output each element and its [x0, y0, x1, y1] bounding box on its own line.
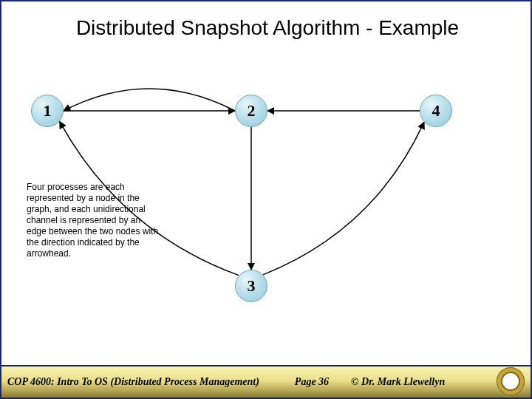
slide-frame: Distributed Snapshot Algorithm - Example… — [0, 0, 532, 399]
footer-copyright: © Dr. Mark Llewellyn — [351, 376, 445, 388]
node-2: 2 — [235, 95, 267, 127]
footer-bar: COP 4600: Intro To OS (Distributed Proce… — [1, 365, 531, 398]
node-3: 3 — [235, 270, 267, 302]
edge-2-1 — [64, 89, 235, 111]
ucf-logo-icon — [497, 367, 525, 395]
footer-page: Page 36 — [295, 376, 329, 388]
footer-course: COP 4600: Intro To OS (Distributed Proce… — [1, 376, 259, 388]
node-1: 1 — [31, 95, 64, 127]
description-text: Four processes are each represented by a… — [27, 182, 160, 259]
node-4: 4 — [420, 95, 452, 127]
slide-title: Distributed Snapshot Algorithm - Example — [38, 16, 497, 40]
edge-3-4 — [263, 122, 424, 275]
